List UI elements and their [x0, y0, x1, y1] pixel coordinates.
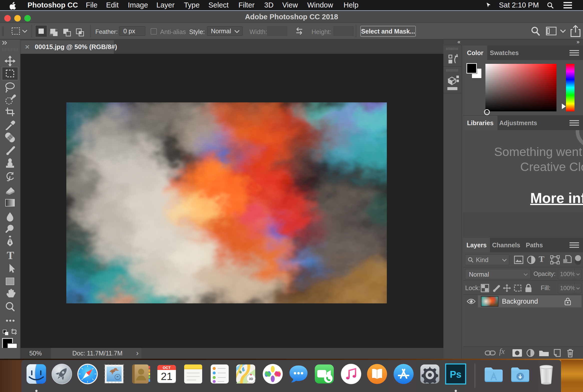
- svg-text:OCT: OCT: [163, 365, 171, 370]
- svg-text:21: 21: [161, 370, 173, 382]
- svg-text:3D: 3D: [249, 377, 253, 381]
- svg-text:T: T: [7, 249, 14, 262]
- svg-text:Ps: Ps: [450, 369, 461, 380]
